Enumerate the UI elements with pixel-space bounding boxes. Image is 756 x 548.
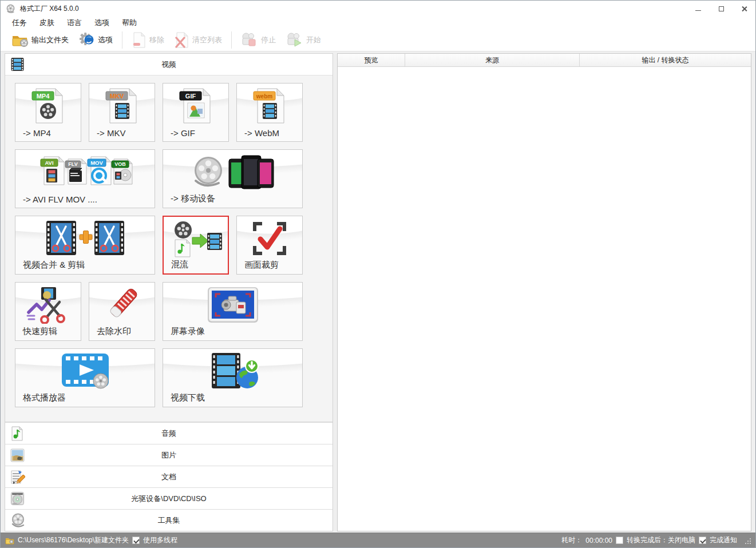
app-logo-film-reel-icon <box>6 4 15 14</box>
stop-button[interactable]: 停止 <box>236 30 281 50</box>
tile-label: 格式播放器 <box>23 392 66 403</box>
tile-to-mkv[interactable]: MKV -> M <box>89 83 155 142</box>
output-path-text[interactable]: C:\Users\86176\Desktop\新建文件夹 <box>18 535 129 545</box>
tile-remove-watermark[interactable]: 去除水印 <box>89 282 155 341</box>
app-window: 格式工厂 X64 5.0.0 任务 皮肤 语言 选项 帮助 输出文件夹 <box>0 0 756 548</box>
tile-label: 混流 <box>171 259 188 270</box>
tile-to-avi-flv-mov[interactable]: AVI FLV <box>15 149 155 208</box>
toolbar-separator <box>122 31 122 49</box>
tile-label: 视频下载 <box>171 392 205 403</box>
window-title: 格式工厂 X64 5.0.0 <box>20 4 79 14</box>
svg-text:MOV: MOV <box>90 160 103 166</box>
resize-grip[interactable] <box>744 537 751 544</box>
tile-screen-record[interactable]: 屏幕录像 <box>163 282 303 341</box>
toolset-reel-icon <box>10 513 26 528</box>
tile-merge-clip[interactable]: 视频合并 & 剪辑 <box>15 216 155 275</box>
tile-video-download[interactable]: 视频下载 <box>163 348 303 407</box>
tile-to-gif[interactable]: GIF -> GIF <box>163 83 229 142</box>
category-video-label: 视频 <box>5 59 333 70</box>
shutdown-after-label: 转换完成后：关闭电脑 <box>627 535 695 545</box>
elapsed-label: 耗时： <box>561 535 582 545</box>
stop-label: 停止 <box>261 35 276 45</box>
filmstrip-icon <box>10 57 25 72</box>
column-header-output-status[interactable]: 输出 / 转换状态 <box>580 54 751 66</box>
document-icon <box>10 470 25 485</box>
maximize-icon <box>719 6 724 11</box>
tile-label: -> AVI FLV MOV .... <box>23 194 97 204</box>
queue-empty-list[interactable] <box>338 67 751 531</box>
svg-text:VOB: VOB <box>114 161 126 167</box>
tile-label: 快速剪辑 <box>23 326 57 337</box>
remove-label: 移除 <box>149 35 164 45</box>
clear-list-button[interactable]: 清空列表 <box>169 30 227 50</box>
column-header-preview[interactable]: 预览 <box>338 54 405 66</box>
column-header-source[interactable]: 来源 <box>405 54 580 66</box>
folder-icon <box>5 537 14 545</box>
tile-label: 屏幕录像 <box>171 326 205 337</box>
audio-file-icon <box>10 426 24 441</box>
category-audio[interactable]: 音频 <box>5 422 333 444</box>
clear-list-icon <box>175 32 189 48</box>
mkv-file-icon: MKV <box>89 87 155 125</box>
tile-quick-clip[interactable]: 快速剪辑 <box>15 282 81 341</box>
output-folder-label: 输出文件夹 <box>31 35 69 45</box>
category-video-header[interactable]: 视频 <box>5 54 333 75</box>
category-cd-dvd-iso[interactable]: 光驱设备\DVD\CD\ISO <box>5 487 333 509</box>
minimize-button[interactable] <box>687 1 710 17</box>
quick-clip-icon <box>15 286 81 324</box>
output-folder-button[interactable]: 输出文件夹 <box>6 31 74 49</box>
cd-drive-icon <box>10 491 25 506</box>
start-button[interactable]: 开始 <box>281 30 326 50</box>
tile-label: -> MP4 <box>23 128 51 138</box>
tile-to-webm[interactable]: webm -> <box>236 83 303 142</box>
format-player-icon <box>15 352 155 390</box>
category-picture[interactable]: 图片 <box>5 444 333 466</box>
tile-format-player[interactable]: 格式播放器 <box>15 348 155 407</box>
maximize-button[interactable] <box>710 1 733 17</box>
tile-label: 视频合并 & 剪辑 <box>23 260 85 271</box>
options-label: 选项 <box>98 35 113 45</box>
menu-skin[interactable]: 皮肤 <box>33 17 61 29</box>
tile-label: -> WebM <box>244 128 279 138</box>
clear-list-label: 清空列表 <box>192 35 222 45</box>
elapsed-value: 00:00:00 <box>585 537 612 545</box>
multithread-label: 使用多线程 <box>143 535 177 545</box>
close-button[interactable] <box>733 1 755 17</box>
minimize-icon <box>695 10 701 11</box>
mux-icon <box>164 220 228 258</box>
category-toolset[interactable]: 工具集 <box>5 509 333 531</box>
video-download-icon <box>163 352 302 390</box>
menu-language[interactable]: 语言 <box>61 17 88 29</box>
toolbar: 输出文件夹 选项 <box>1 29 755 51</box>
tile-mux[interactable]: 混流 <box>163 216 229 275</box>
notify-checkbox[interactable] <box>699 537 706 544</box>
gif-file-icon: GIF <box>163 87 228 125</box>
shutdown-after-checkbox[interactable] <box>616 537 623 544</box>
svg-text:webm: webm <box>256 93 272 100</box>
menu-help[interactable]: 帮助 <box>116 17 143 29</box>
tile-label: -> GIF <box>171 128 195 138</box>
notify-label: 完成通知 <box>710 535 737 545</box>
options-button[interactable]: 选项 <box>74 30 118 50</box>
tile-to-mp4[interactable]: MP4 -> MP4 <box>15 83 81 142</box>
category-document[interactable]: 文档 <box>5 466 333 487</box>
close-icon <box>741 6 747 12</box>
menu-options[interactable]: 选项 <box>88 17 116 29</box>
menu-task[interactable]: 任务 <box>6 17 33 29</box>
svg-text:MKV: MKV <box>110 93 124 100</box>
menu-bar: 任务 皮肤 语言 选项 帮助 <box>1 17 755 29</box>
conversion-queue-panel: 预览 来源 输出 / 转换状态 <box>337 53 751 531</box>
multithread-checkbox[interactable] <box>132 537 140 544</box>
tile-label: 去除水印 <box>97 326 131 337</box>
category-audio-label: 音频 <box>5 428 333 439</box>
merge-clip-icon <box>15 220 155 257</box>
tile-crop[interactable]: 画面裁剪 <box>236 216 303 275</box>
crop-check-icon <box>237 220 302 257</box>
tile-to-mobile-devices[interactable]: -> 移动设备 <box>163 149 303 208</box>
svg-text:AVI: AVI <box>45 160 53 166</box>
start-label: 开始 <box>306 35 321 45</box>
title-bar: 格式工厂 X64 5.0.0 <box>1 1 755 17</box>
remove-button[interactable]: 移除 <box>126 30 169 50</box>
watermark-eraser-icon <box>89 286 155 324</box>
svg-text:MP4: MP4 <box>37 93 50 100</box>
